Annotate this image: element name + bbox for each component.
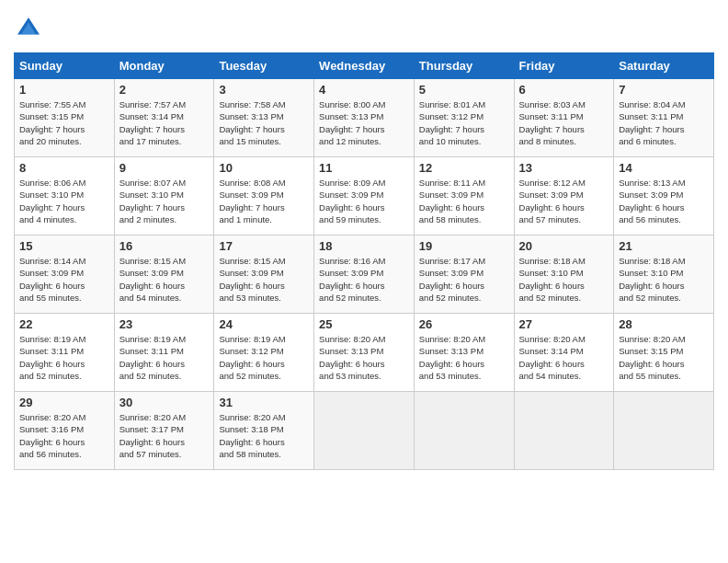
calendar-cell: 4Sunrise: 8:00 AM Sunset: 3:13 PM Daylig…	[314, 79, 415, 157]
calendar-cell: 22Sunrise: 8:19 AM Sunset: 3:11 PM Dayli…	[15, 314, 115, 392]
day-info: Sunrise: 8:13 AM Sunset: 3:09 PM Dayligh…	[619, 177, 709, 225]
calendar-cell: 2Sunrise: 7:57 AM Sunset: 3:14 PM Daylig…	[114, 79, 214, 157]
day-info: Sunrise: 8:07 AM Sunset: 3:10 PM Dayligh…	[119, 177, 210, 225]
calendar-cell: 27Sunrise: 8:20 AM Sunset: 3:14 PM Dayli…	[514, 314, 614, 392]
day-info: Sunrise: 8:00 AM Sunset: 3:13 PM Dayligh…	[319, 98, 409, 147]
day-number: 24	[219, 317, 309, 331]
calendar-cell: 11Sunrise: 8:09 AM Sunset: 3:09 PM Dayli…	[314, 157, 415, 236]
day-info: Sunrise: 8:06 AM Sunset: 3:10 PM Dayligh…	[19, 177, 109, 225]
day-info: Sunrise: 8:08 AM Sunset: 3:09 PM Dayligh…	[219, 177, 309, 225]
day-number: 16	[119, 239, 210, 253]
calendar-week-5: 29Sunrise: 8:20 AM Sunset: 3:16 PM Dayli…	[15, 392, 714, 470]
day-number: 7	[619, 83, 709, 97]
day-number: 2	[119, 83, 210, 97]
day-number: 21	[619, 239, 709, 253]
day-info: Sunrise: 8:18 AM Sunset: 3:10 PM Dayligh…	[519, 255, 609, 304]
calendar-cell: 18Sunrise: 8:16 AM Sunset: 3:09 PM Dayli…	[314, 236, 415, 314]
day-info: Sunrise: 8:15 AM Sunset: 3:09 PM Dayligh…	[119, 255, 210, 304]
logo-icon	[14, 14, 43, 43]
day-info: Sunrise: 8:20 AM Sunset: 3:15 PM Dayligh…	[619, 333, 709, 382]
calendar-cell: 9Sunrise: 8:07 AM Sunset: 3:10 PM Daylig…	[114, 157, 214, 236]
calendar-cell: 14Sunrise: 8:13 AM Sunset: 3:09 PM Dayli…	[614, 157, 714, 236]
day-info: Sunrise: 8:20 AM Sunset: 3:17 PM Dayligh…	[119, 411, 210, 460]
calendar-cell: 10Sunrise: 8:08 AM Sunset: 3:09 PM Dayli…	[214, 157, 314, 236]
calendar-week-2: 8Sunrise: 8:06 AM Sunset: 3:10 PM Daylig…	[15, 157, 714, 236]
day-number: 17	[219, 239, 309, 253]
header-row: SundayMondayTuesdayWednesdayThursdayFrid…	[15, 53, 714, 79]
day-number: 13	[519, 161, 609, 175]
day-info: Sunrise: 8:19 AM Sunset: 3:12 PM Dayligh…	[219, 333, 309, 382]
day-info: Sunrise: 8:03 AM Sunset: 3:11 PM Dayligh…	[519, 98, 609, 147]
calendar-cell: 30Sunrise: 8:20 AM Sunset: 3:17 PM Dayli…	[114, 392, 214, 470]
day-number: 14	[619, 161, 709, 175]
page-header	[14, 14, 714, 43]
day-info: Sunrise: 7:55 AM Sunset: 3:15 PM Dayligh…	[19, 98, 109, 147]
column-header-wednesday: Wednesday	[314, 53, 415, 79]
calendar-cell	[414, 392, 514, 470]
calendar-cell: 8Sunrise: 8:06 AM Sunset: 3:10 PM Daylig…	[15, 157, 115, 236]
calendar-cell: 3Sunrise: 7:58 AM Sunset: 3:13 PM Daylig…	[214, 79, 314, 157]
column-header-friday: Friday	[514, 53, 614, 79]
calendar-cell: 24Sunrise: 8:19 AM Sunset: 3:12 PM Dayli…	[214, 314, 314, 392]
day-info: Sunrise: 8:11 AM Sunset: 3:09 PM Dayligh…	[419, 177, 509, 225]
calendar-cell: 15Sunrise: 8:14 AM Sunset: 3:09 PM Dayli…	[15, 236, 115, 314]
day-info: Sunrise: 8:16 AM Sunset: 3:09 PM Dayligh…	[319, 255, 409, 304]
calendar-cell: 5Sunrise: 8:01 AM Sunset: 3:12 PM Daylig…	[414, 79, 514, 157]
calendar-cell: 7Sunrise: 8:04 AM Sunset: 3:11 PM Daylig…	[614, 79, 714, 157]
day-number: 20	[519, 239, 609, 253]
logo	[14, 14, 47, 43]
calendar-cell	[614, 392, 714, 470]
day-number: 15	[19, 239, 109, 253]
calendar-cell: 28Sunrise: 8:20 AM Sunset: 3:15 PM Dayli…	[614, 314, 714, 392]
day-info: Sunrise: 8:19 AM Sunset: 3:11 PM Dayligh…	[19, 333, 109, 382]
day-info: Sunrise: 8:01 AM Sunset: 3:12 PM Dayligh…	[419, 98, 509, 147]
column-header-saturday: Saturday	[614, 53, 714, 79]
day-info: Sunrise: 8:20 AM Sunset: 3:18 PM Dayligh…	[219, 411, 309, 460]
day-number: 23	[119, 317, 210, 331]
day-info: Sunrise: 8:19 AM Sunset: 3:11 PM Dayligh…	[119, 333, 210, 382]
day-number: 28	[619, 317, 709, 331]
day-info: Sunrise: 8:18 AM Sunset: 3:10 PM Dayligh…	[619, 255, 709, 304]
calendar-cell: 12Sunrise: 8:11 AM Sunset: 3:09 PM Dayli…	[414, 157, 514, 236]
calendar-cell: 6Sunrise: 8:03 AM Sunset: 3:11 PM Daylig…	[514, 79, 614, 157]
day-number: 22	[19, 317, 109, 331]
day-info: Sunrise: 8:20 AM Sunset: 3:13 PM Dayligh…	[419, 333, 509, 382]
calendar-week-1: 1Sunrise: 7:55 AM Sunset: 3:15 PM Daylig…	[15, 79, 714, 157]
column-header-monday: Monday	[114, 53, 214, 79]
calendar-cell: 13Sunrise: 8:12 AM Sunset: 3:09 PM Dayli…	[514, 157, 614, 236]
day-info: Sunrise: 8:12 AM Sunset: 3:09 PM Dayligh…	[519, 177, 609, 225]
day-number: 8	[19, 161, 109, 175]
day-info: Sunrise: 8:04 AM Sunset: 3:11 PM Dayligh…	[619, 98, 709, 147]
day-number: 4	[319, 83, 409, 97]
day-number: 10	[219, 161, 309, 175]
day-number: 3	[219, 83, 309, 97]
day-info: Sunrise: 8:20 AM Sunset: 3:13 PM Dayligh…	[319, 333, 409, 382]
day-number: 12	[419, 161, 509, 175]
column-header-tuesday: Tuesday	[214, 53, 314, 79]
calendar-table: SundayMondayTuesdayWednesdayThursdayFrid…	[14, 52, 714, 470]
day-number: 5	[419, 83, 509, 97]
day-number: 1	[19, 83, 109, 97]
calendar-cell: 1Sunrise: 7:55 AM Sunset: 3:15 PM Daylig…	[15, 79, 115, 157]
calendar-cell: 23Sunrise: 8:19 AM Sunset: 3:11 PM Dayli…	[114, 314, 214, 392]
calendar-cell: 29Sunrise: 8:20 AM Sunset: 3:16 PM Dayli…	[15, 392, 115, 470]
calendar-week-4: 22Sunrise: 8:19 AM Sunset: 3:11 PM Dayli…	[15, 314, 714, 392]
calendar-cell: 16Sunrise: 8:15 AM Sunset: 3:09 PM Dayli…	[114, 236, 214, 314]
calendar-cell	[514, 392, 614, 470]
day-number: 25	[319, 317, 409, 331]
day-info: Sunrise: 8:17 AM Sunset: 3:09 PM Dayligh…	[419, 255, 509, 304]
day-info: Sunrise: 8:20 AM Sunset: 3:14 PM Dayligh…	[519, 333, 609, 382]
calendar-cell: 17Sunrise: 8:15 AM Sunset: 3:09 PM Dayli…	[214, 236, 314, 314]
day-number: 6	[519, 83, 609, 97]
day-info: Sunrise: 8:20 AM Sunset: 3:16 PM Dayligh…	[19, 411, 109, 460]
day-info: Sunrise: 8:09 AM Sunset: 3:09 PM Dayligh…	[319, 177, 409, 225]
day-info: Sunrise: 7:58 AM Sunset: 3:13 PM Dayligh…	[219, 98, 309, 147]
column-header-sunday: Sunday	[15, 53, 115, 79]
calendar-week-3: 15Sunrise: 8:14 AM Sunset: 3:09 PM Dayli…	[15, 236, 714, 314]
day-number: 29	[19, 396, 109, 409]
calendar-cell: 19Sunrise: 8:17 AM Sunset: 3:09 PM Dayli…	[414, 236, 514, 314]
day-info: Sunrise: 8:15 AM Sunset: 3:09 PM Dayligh…	[219, 255, 309, 304]
calendar-cell: 26Sunrise: 8:20 AM Sunset: 3:13 PM Dayli…	[414, 314, 514, 392]
calendar-cell	[314, 392, 415, 470]
day-info: Sunrise: 7:57 AM Sunset: 3:14 PM Dayligh…	[119, 98, 210, 147]
